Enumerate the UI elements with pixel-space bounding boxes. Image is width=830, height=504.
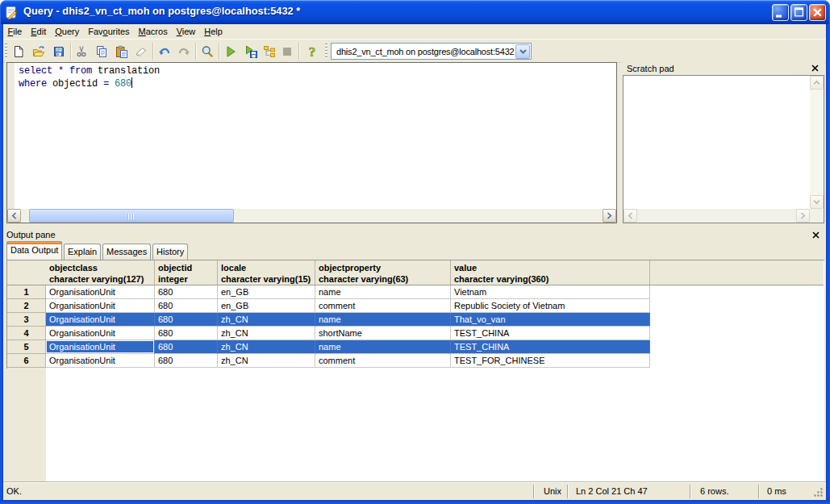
cell-2-value[interactable]: Republic Society of Vietnam (451, 299, 650, 313)
cell-5-value[interactable]: TEST_CHINA (451, 340, 650, 354)
scroll-right-button[interactable] (796, 209, 810, 223)
cell-4-objectclass[interactable]: OrganisationUnit (46, 327, 155, 340)
column-header-objectproperty[interactable]: objectpropertycharacter varying(63) (315, 260, 451, 285)
cell-2-objectclass[interactable]: OrganisationUnit (46, 299, 155, 313)
editor-margin (7, 63, 15, 209)
combo-dropdown-button[interactable] (515, 44, 530, 59)
row-label-1[interactable]: 1 (7, 285, 46, 299)
grid-border (6, 260, 7, 369)
close-button[interactable] (809, 4, 826, 21)
cell-6-locale[interactable]: zh_CN (218, 354, 315, 368)
row-label-4[interactable]: 4 (7, 327, 46, 340)
menu-bar: FileEditQueryFavouritesMacrosViewHelp (3, 24, 826, 39)
cell-6-value[interactable]: TEST_FOR_CHINESE (451, 354, 650, 368)
cell-1-objectclass[interactable]: OrganisationUnit (46, 285, 155, 299)
cell-1-value[interactable]: Vietnam (451, 285, 650, 299)
menu-view[interactable]: View (172, 25, 200, 39)
cell-5-locale[interactable]: zh_CN (218, 340, 315, 354)
row-label-5[interactable]: 5 (7, 340, 46, 354)
menu-query[interactable]: Query (51, 25, 84, 39)
toolbar-grip[interactable] (5, 44, 7, 59)
scroll-up-button[interactable] (810, 76, 824, 90)
cell-6-objectclass[interactable]: OrganisationUnit (46, 354, 155, 368)
toolbar-grip[interactable] (325, 44, 327, 59)
row-label-6[interactable]: 6 (7, 354, 46, 368)
cell-4-locale[interactable]: zh_CN (218, 327, 315, 340)
maximize-button[interactable] (790, 4, 807, 21)
text-caret (131, 77, 132, 88)
tab-data-output[interactable]: Data Output (6, 241, 62, 260)
cancel-button[interactable] (277, 42, 297, 61)
editor-hscrollbar[interactable] (7, 209, 616, 223)
sql-text[interactable]: select * from translationwhere objectid … (15, 63, 616, 209)
output-pane-close-button[interactable] (811, 230, 821, 240)
copy-button[interactable] (92, 42, 111, 61)
new-file-button[interactable] (9, 42, 28, 61)
window-border-left (0, 24, 3, 500)
scratch-pad-textarea[interactable] (623, 75, 824, 223)
column-header-objectclass[interactable]: objectclasscharacter varying(127) (46, 260, 155, 285)
row-label-2[interactable]: 2 (7, 299, 46, 313)
column-header-locale[interactable]: localecharacter varying(15) (218, 260, 315, 285)
scroll-down-button[interactable] (810, 195, 824, 209)
scratch-pad-close-button[interactable] (810, 63, 820, 73)
scroll-left-button[interactable] (7, 209, 21, 223)
status-field-3: 0 ms (767, 486, 786, 496)
help-button[interactable]: ? (302, 42, 322, 61)
cut-button[interactable] (72, 42, 91, 61)
menu-macros[interactable]: Macros (134, 25, 172, 39)
menu-edit[interactable]: Edit (27, 25, 51, 39)
connection-combo-value: dhis2_vn_ct_moh on postgres@localhost:54… (332, 47, 514, 56)
clear-button[interactable] (131, 42, 151, 61)
cell-1-locale[interactable]: en_GB (218, 285, 315, 299)
execute-pgscript-button[interactable] (241, 42, 261, 61)
scroll-right-button[interactable] (603, 209, 616, 223)
cell-6-objectproperty[interactable]: comment (315, 354, 451, 368)
cell-2-locale[interactable]: en_GB (218, 299, 315, 313)
cell-6-objectid[interactable]: 680 (155, 354, 218, 368)
cell-3-objectclass[interactable]: OrganisationUnit (46, 313, 155, 327)
minimize-button[interactable] (772, 4, 789, 21)
open-button[interactable] (29, 42, 48, 61)
column-header-objectid[interactable]: objectidinteger (155, 260, 218, 285)
find-button[interactable] (198, 42, 217, 61)
tab-explain[interactable]: Explain (64, 244, 101, 260)
scroll-thumb[interactable] (29, 209, 234, 223)
menu-help[interactable]: Help (200, 25, 227, 39)
cell-1-objectproperty[interactable]: name (315, 285, 451, 299)
cell-2-objectproperty[interactable]: comment (315, 299, 451, 313)
pgadmin-query-window: Query - dhis2_vn_ct_moh on postgres@loca… (0, 0, 830, 504)
menu-favourites[interactable]: Favourites (84, 25, 134, 39)
save-button[interactable] (49, 42, 69, 61)
cell-3-objectid[interactable]: 680 (155, 313, 218, 327)
scroll-left-button[interactable] (624, 209, 637, 223)
column-header-value[interactable]: valuecharacter varying(360) (451, 260, 650, 285)
title-bar[interactable]: Query - dhis2_vn_ct_moh on postgres@loca… (0, 0, 830, 24)
menu-file[interactable]: File (3, 25, 27, 39)
tab-history[interactable]: History (152, 244, 188, 260)
explain-button[interactable] (260, 42, 279, 61)
cell-3-value[interactable]: That_vo_van (451, 313, 650, 327)
cell-1-objectid[interactable]: 680 (155, 285, 218, 299)
row-label-3[interactable]: 3 (7, 313, 46, 327)
tab-messages[interactable]: Messages (102, 244, 151, 260)
scratchpad-hscrollbar[interactable] (624, 209, 810, 223)
connection-combo[interactable]: dhis2_vn_ct_moh on postgres@localhost:54… (331, 43, 532, 60)
cell-5-objectid[interactable]: 680 (155, 340, 218, 354)
cell-5-objectproperty[interactable]: name (315, 340, 451, 354)
sql-editor[interactable]: select * from translationwhere objectid … (6, 62, 617, 223)
cell-5-objectclass[interactable]: OrganisationUnit (46, 340, 155, 354)
resize-grip[interactable] (813, 487, 824, 498)
paste-button[interactable] (112, 42, 131, 61)
scratchpad-vscrollbar[interactable] (810, 76, 824, 209)
cell-2-objectid[interactable]: 680 (155, 299, 218, 313)
undo-button[interactable] (155, 42, 174, 61)
execute-button[interactable] (221, 42, 240, 61)
cell-3-objectproperty[interactable]: name (315, 313, 451, 327)
redo-button[interactable] (174, 42, 194, 61)
cell-4-value[interactable]: TEST_CHINA (451, 327, 650, 340)
cell-3-locale[interactable]: zh_CN (218, 313, 315, 327)
cell-4-objectid[interactable]: 680 (155, 327, 218, 340)
status-field-2: 6 rows. (700, 486, 728, 496)
cell-4-objectproperty[interactable]: shortName (315, 327, 451, 340)
